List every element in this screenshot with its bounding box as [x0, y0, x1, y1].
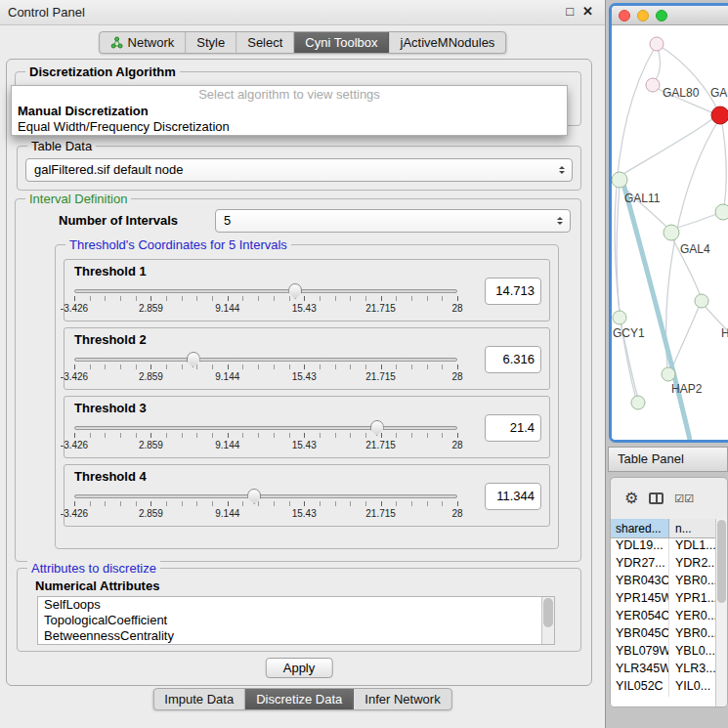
network-node[interactable]	[650, 37, 664, 51]
numerical-attributes-list[interactable]: SelfLoopsTopologicalCoefficientBetweenne…	[37, 596, 555, 645]
table-row[interactable]: YBL079WYBL0...	[611, 644, 715, 662]
network-node[interactable]	[695, 294, 708, 308]
popup-item-equal-width-frequency[interactable]: Equal Width/Frequency Discretization	[12, 119, 567, 135]
network-node[interactable]	[612, 172, 627, 188]
attribute-item[interactable]: SelfLoops	[38, 597, 541, 613]
threshold-1-value-field[interactable]: 14.713	[485, 278, 541, 305]
network-window-titlebar[interactable]	[612, 6, 728, 25]
table-panel-titlebar[interactable]: Table Panel	[608, 447, 728, 472]
table-row[interactable]: YBR045CYBR0...	[611, 626, 715, 644]
threshold-4-label: Threshold 4	[74, 469, 147, 484]
attributes-group-title: Attributes to discretize	[27, 561, 160, 576]
table-row[interactable]: YLR345WYLR3...	[611, 662, 715, 679]
threshold-2-slider[interactable]: -3.4262.8599.14415.4321.71528	[74, 352, 457, 387]
list-scroll-thumb[interactable]	[543, 598, 553, 627]
tick-label: -3.426	[61, 440, 88, 450]
slider-ticks	[74, 433, 458, 438]
network-edge[interactable]	[670, 305, 700, 371]
cell-name: YLR3...	[669, 662, 715, 679]
tab-infer-network[interactable]: Infer Network	[354, 689, 450, 709]
number-of-intervals-label: Number of Intervals	[59, 213, 178, 228]
table-data-title: Table Data	[27, 139, 96, 153]
attribute-item[interactable]: TopologicalCoefficient	[38, 613, 541, 628]
table-row[interactable]: YER054CYER0...	[611, 609, 715, 626]
minimize-traffic-light[interactable]	[637, 10, 649, 21]
network-node[interactable]	[662, 367, 675, 381]
table-data-select[interactable]: galFiltered.sif default node	[25, 158, 573, 182]
gear-icon[interactable]: ⚙	[624, 491, 638, 506]
close-window-icon[interactable]: ✕	[582, 4, 593, 19]
columns-icon[interactable]	[649, 492, 664, 504]
network-edge[interactable]	[721, 118, 726, 207]
network-node[interactable]	[646, 78, 660, 92]
node-table-body: YDL19...YDL1...YDR27...YDR2...YBR043CYBR…	[611, 538, 715, 697]
slider-ticks	[74, 364, 458, 369]
tick-label: 15.43	[292, 440, 317, 450]
control-panel-window: Control Panel □ ✕ Network Style Select	[0, 0, 606, 728]
network-node[interactable]	[631, 396, 645, 409]
number-of-intervals-select[interactable]: 5	[215, 209, 571, 233]
attribute-item[interactable]: BetweennessCentrality	[38, 628, 541, 644]
threshold-3-slider[interactable]: -3.4262.8599.14415.4321.71528	[74, 420, 457, 455]
tab-jactivemnodules[interactable]: jActiveMNodules	[390, 32, 506, 53]
number-of-intervals-value: 5	[224, 210, 231, 232]
tab-cyni-toolbox[interactable]: Cyni Toolbox	[294, 32, 389, 53]
network-node[interactable]	[664, 225, 679, 240]
close-traffic-light[interactable]	[619, 10, 630, 21]
slider-track[interactable]	[74, 494, 457, 498]
tick-label: 15.43	[292, 371, 317, 382]
list-scrollbar[interactable]	[541, 597, 554, 644]
cell-name: YER0...	[669, 609, 715, 626]
tab-select[interactable]: Select	[236, 32, 294, 53]
table-row[interactable]: YDR27...YDR2...	[611, 556, 715, 574]
table-scrollbar[interactable]	[715, 519, 727, 707]
zoom-traffic-light[interactable]	[656, 10, 667, 21]
tab-network[interactable]: Network	[100, 32, 187, 53]
threshold-3-value-field[interactable]: 21.4	[485, 414, 541, 442]
control-panel-titlebar[interactable]: Control Panel □ ✕	[0, 0, 605, 25]
select-checkboxes-icon[interactable]: ☑☑	[674, 492, 694, 505]
network-edge[interactable]	[657, 44, 718, 111]
cell-name: YBL0...	[669, 644, 715, 662]
threshold-4-value-field[interactable]: 11.344	[485, 483, 541, 510]
tab-impute-data[interactable]: Impute Data	[153, 689, 245, 709]
attributes-to-discretize-group: Attributes to discretize Numerical Attri…	[17, 568, 581, 652]
cell-shared-name: YDL19...	[611, 538, 669, 556]
slider-track[interactable]	[74, 358, 457, 362]
column-header-name[interactable]: n...	[669, 519, 715, 537]
float-window-icon[interactable]: □	[566, 4, 574, 19]
tick-label: 28	[451, 371, 462, 382]
network-edge[interactable]	[674, 213, 719, 229]
threshold-4-slider[interactable]: -3.4262.8599.14415.4321.71528	[74, 489, 457, 524]
tick-label: -3.426	[61, 303, 88, 314]
table-row[interactable]: YDL19...YDL1...	[611, 538, 715, 556]
tab-style[interactable]: Style	[186, 32, 236, 53]
table-row[interactable]: YBR043CYBR0...	[611, 574, 715, 591]
threshold-2-value-field[interactable]: 6.316	[485, 346, 541, 373]
node-label: H	[721, 326, 728, 340]
control-panel-title: Control Panel	[8, 5, 85, 20]
cell-shared-name: YDR27...	[611, 556, 669, 574]
network-node[interactable]	[715, 204, 728, 220]
column-header-shared-name[interactable]: shared...	[611, 519, 669, 537]
table-data-value: galFiltered.sif default node	[34, 159, 183, 181]
cyni-toolbox-panel: Discretization Algorithm Select algorith…	[6, 59, 592, 686]
cell-shared-name: YLR345W	[611, 662, 669, 679]
node-label: HAP2	[671, 382, 703, 396]
slider-track[interactable]	[74, 426, 457, 430]
table-scroll-thumb[interactable]	[717, 520, 726, 603]
screen: Control Panel □ ✕ Network Style Select	[0, 0, 728, 728]
network-canvas[interactable]: GAL80GAGAL11GAL4GCY1HHAP2	[612, 25, 728, 440]
popup-item-manual-discretization[interactable]: Manual Discretization	[12, 104, 567, 119]
tab-discretize-data[interactable]: Discretize Data	[245, 689, 354, 709]
table-row[interactable]: YIL052CYIL0...	[611, 679, 715, 697]
tick-label: 9.144	[215, 440, 239, 450]
selected-node[interactable]	[711, 107, 728, 124]
network-edge[interactable]	[621, 118, 713, 175]
table-row[interactable]: YPR145WYPR1...	[611, 591, 715, 609]
network-node[interactable]	[613, 311, 626, 324]
slider-track[interactable]	[74, 289, 457, 293]
tick-label: 21.715	[365, 371, 396, 382]
threshold-1-slider[interactable]: -3.4262.8599.14415.4321.71528	[74, 283, 457, 319]
apply-button[interactable]: Apply	[266, 658, 333, 678]
